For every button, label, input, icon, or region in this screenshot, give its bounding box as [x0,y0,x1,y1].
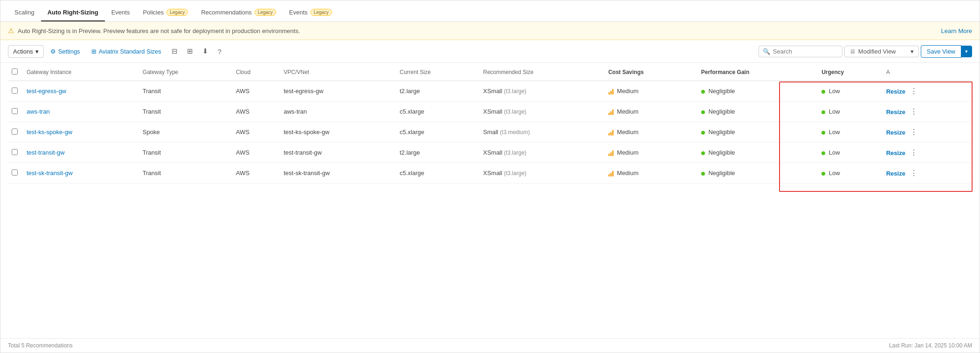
tab-policies[interactable]: Policies Legacy [136,4,194,21]
row-checkbox-cell [8,143,23,163]
filter-icon: ⊟ [172,47,178,55]
kebab-menu-button[interactable]: ⋮ [907,106,920,117]
row-cost-savings: Medium [605,143,697,163]
tab-auto-right-sizing[interactable]: Auto Right-Sizing [41,4,105,21]
table-header-row: Gateway Instance Gateway Type Cloud VPC/… [8,64,972,81]
kebab-menu-button[interactable]: ⋮ [907,168,920,178]
resize-button[interactable]: Resize [886,149,905,156]
row-current-size: t2.large [396,143,479,163]
table-row: test-transit-gw Transit AWS test-transit… [8,143,972,163]
urgency-dot-icon [821,110,825,114]
tab-events2[interactable]: Events Legacy [283,4,338,21]
kebab-menu-button[interactable]: ⋮ [907,127,920,137]
row-checkbox[interactable] [12,108,18,114]
th-recommended-size: Recommended Size [479,64,604,81]
cost-savings-bar-icon [608,150,614,156]
row-checkbox-cell [8,122,23,143]
row-performance-gain: Negligible [697,143,818,163]
th-performance-gain: Performance Gain [697,64,818,81]
aviatrix-sizes-button[interactable]: ⊞ Aviatrix Standard Sizes [87,46,166,57]
perf-gain-dot-icon [701,131,705,135]
resize-button[interactable]: Resize [886,88,905,95]
row-checkbox-cell [8,163,23,183]
row-vpc: test-transit-gw [280,143,396,163]
learn-more-link[interactable]: Learn More [941,27,972,34]
row-gateway: test-transit-gw [23,143,139,163]
row-checkbox[interactable] [12,170,18,176]
search-box[interactable]: 🔍 [759,46,842,57]
row-checkbox[interactable] [12,88,18,94]
row-vpc: test-egress-gw [280,81,396,102]
view-selector[interactable]: 🖥 Modified View ▾ [844,46,919,57]
kebab-menu-button[interactable]: ⋮ [907,86,920,96]
kebab-menu-button[interactable]: ⋮ [907,147,920,158]
tab-events[interactable]: Events [105,4,137,21]
perf-gain-dot-icon [701,90,705,94]
tab-scaling[interactable]: Scaling [8,4,41,21]
gateway-link[interactable]: test-transit-gw [27,149,65,156]
gateway-link[interactable]: test-ks-spoke-gw [27,129,72,136]
row-checkbox[interactable] [12,149,18,155]
gateway-link[interactable]: test-egress-gw [27,88,66,95]
row-type: Transit [139,102,232,122]
th-cost-savings: Cost Savings [605,64,697,81]
perf-gain-dot-icon [701,151,705,155]
table-row: test-sk-transit-gw Transit AWS test-sk-t… [8,163,972,183]
select-all-checkbox[interactable] [12,68,18,75]
cost-savings-bar-icon [608,130,614,136]
th-vpc: VPC/VNet [280,64,396,81]
row-action-cell: Resize ⋮ [883,81,972,102]
perf-gain-dot-icon [701,110,705,114]
search-input[interactable] [773,48,838,55]
resize-button[interactable]: Resize [886,109,905,115]
resize-button[interactable]: Resize [886,129,905,136]
gateway-link[interactable]: aws-tran [27,108,50,115]
row-cost-savings: Medium [605,81,697,102]
th-type: Gateway Type [139,64,232,81]
row-urgency: Low [818,143,883,163]
th-urgency: Urgency [818,64,883,81]
legacy-badge-events2: Legacy [311,9,332,16]
chevron-down-icon: ▾ [35,48,39,55]
row-cloud: AWS [232,102,280,122]
download-icon-button[interactable]: ⬇ [199,45,212,58]
row-current-size: c5.xlarge [396,102,479,122]
row-checkbox[interactable] [12,129,18,135]
gateway-link[interactable]: test-sk-transit-gw [27,170,73,176]
actions-button[interactable]: Actions ▾ [8,45,44,58]
row-checkbox-cell [8,102,23,122]
row-action-cell: Resize ⋮ [883,143,972,163]
cost-savings-bar-icon [608,109,614,115]
footer: Total 5 Recommendations Last Run: Jan 14… [0,338,980,353]
view-label: Modified View [858,48,908,55]
row-type: Transit [139,163,232,183]
help-icon-button[interactable]: ? [214,45,225,58]
row-cloud: AWS [232,81,280,102]
columns-icon-button[interactable]: ⊞ [183,45,197,58]
row-performance-gain: Negligible [697,102,818,122]
filter-icon-button[interactable]: ⊟ [168,45,181,58]
row-vpc: aws-tran [280,102,396,122]
app-container: Scaling Auto Right-Sizing Events Policie… [0,0,980,353]
row-urgency: Low [818,122,883,143]
table-row: aws-tran Transit AWS aws-tran c5.xlarge … [8,102,972,122]
row-gateway: test-egress-gw [23,81,139,102]
row-action-cell: Resize ⋮ [883,102,972,122]
save-view-button[interactable]: Save View [921,45,961,58]
row-current-size: c5.xlarge [396,122,479,143]
row-current-size: t2.large [396,81,479,102]
save-view-caret-button[interactable]: ▾ [961,46,972,57]
resize-button[interactable]: Resize [886,170,905,177]
th-cloud: Cloud [232,64,280,81]
table-icon: ⊞ [91,48,97,55]
columns-icon: ⊞ [187,47,193,55]
tabs-bar: Scaling Auto Right-Sizing Events Policie… [0,0,980,22]
tab-recommendations[interactable]: Recommendations Legacy [194,4,283,21]
row-type: Spoke [139,122,232,143]
urgency-dot-icon [821,151,825,155]
urgency-dot-icon [821,172,825,176]
settings-button[interactable]: ⚙ Settings [46,46,85,57]
cost-savings-bar-icon [608,89,614,95]
row-cloud: AWS [232,143,280,163]
recommendations-table: Gateway Instance Gateway Type Cloud VPC/… [8,64,972,183]
